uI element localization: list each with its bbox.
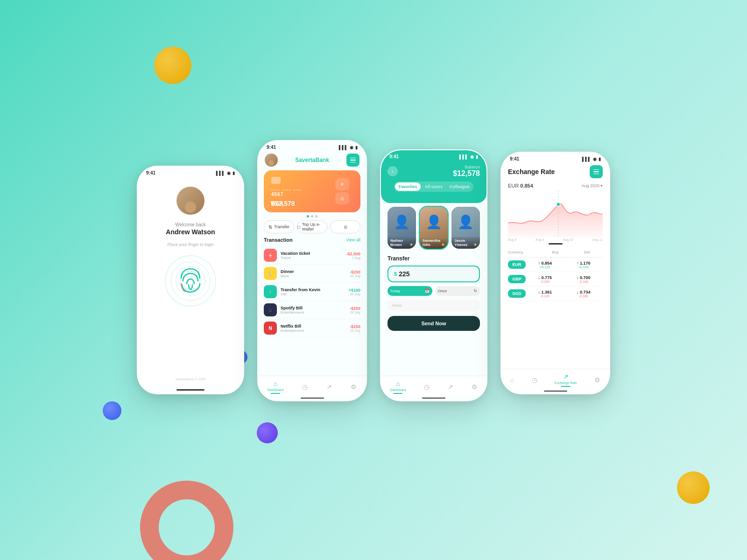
contact-card-nathan[interactable]: 👤 Nathan Brown ★ xyxy=(388,207,416,249)
transfer-button[interactable]: ⇅ Transfer xyxy=(264,220,294,233)
exchange-chart xyxy=(501,190,609,237)
user-avatar-1 xyxy=(176,187,204,215)
battery-icon: ▮ xyxy=(233,171,235,175)
visa-card[interactable]: •••• •••• •••• 4567 $12,578 VISA + ⊙ xyxy=(264,170,360,212)
sgd-buy-col: ↓ 1.361 -0.120 xyxy=(526,290,564,298)
contact-card-jason[interactable]: 👤 Jason Ybanez ★ xyxy=(451,207,480,249)
nav-settings-4[interactable]: ⚙ xyxy=(594,376,600,384)
menu-button[interactable] xyxy=(346,154,359,167)
currency-row-eur[interactable]: EUR ↑ 0.854 +0.125 ↑ 1.170 +0.100 xyxy=(508,258,603,272)
home-icon-3: ⌂ xyxy=(396,380,400,387)
tx-icon-transfer: ↑ xyxy=(264,285,277,298)
status-bar-2: 9:41 ▌▌▌ ◉ ▮ xyxy=(258,141,366,152)
more-button[interactable]: ⊙ xyxy=(330,220,360,233)
currency-row-gbp[interactable]: GBP ↓ 0.775 -0.100 ↓ 0.700 -0.100 xyxy=(508,272,603,287)
nav-exchange-4[interactable]: ↗ Exchange Rate xyxy=(555,373,577,387)
home-indicator-1 xyxy=(176,389,204,391)
tab-colleague[interactable]: Colleague xyxy=(447,182,472,191)
amount-value: 225 xyxy=(399,270,409,278)
bottom-nav-4: ⌂ ◷ ↗ Exchange Rate ⚙ xyxy=(501,369,609,389)
contact-card-samantha[interactable]: 👤 Samantha Gills ★ xyxy=(420,207,448,249)
phone-transfer: 9:41 ▌▌▌ ◉ ▮ ‹ Balance $12,578 Favorites xyxy=(380,149,487,401)
header-avatar[interactable] xyxy=(265,154,278,167)
fingerprint-area[interactable] xyxy=(165,255,216,307)
form-title: Transfer xyxy=(388,255,480,262)
amount-input[interactable]: $ 225 xyxy=(388,266,480,282)
nav-dashboard-3[interactable]: ⌂ Dashboard xyxy=(390,380,406,394)
nav-history-3[interactable]: ◷ xyxy=(424,383,430,391)
calendar-icon: 📅 xyxy=(425,289,430,293)
col-currency: Currency xyxy=(508,250,540,254)
contact-photo-nathan: 👤 xyxy=(388,207,416,237)
transfer-top-bar: ‹ Balance $12,578 xyxy=(388,165,480,178)
status-icons-2: ▌▌▌ ◉ ▮ xyxy=(339,145,358,150)
nav-home-4[interactable]: ⌂ xyxy=(510,376,514,384)
chart-icon: ↗ xyxy=(326,383,332,391)
chevron-down-icon: ▾ xyxy=(600,183,603,188)
chart-svg xyxy=(508,190,603,237)
decorative-blob-blue1 xyxy=(103,401,121,420)
table-row[interactable]: 🍴 Dinner Meal -$200 30 July xyxy=(264,265,360,283)
exchange-icon-4: ↗ xyxy=(563,373,569,380)
schedule-today[interactable]: Today 📅 xyxy=(388,286,432,296)
signal-icon: ▌▌▌ xyxy=(216,171,225,175)
exchange-menu-btn[interactable] xyxy=(590,165,603,178)
wifi-icon-4: ◉ xyxy=(593,157,597,161)
tx-details-dinner: Dinner Meal xyxy=(281,269,346,278)
balance-label: Balance xyxy=(453,165,480,169)
month-selector[interactable]: Aug 2020 ▾ xyxy=(581,183,603,188)
topup-icon: □ xyxy=(297,224,300,230)
back-button[interactable]: ‹ xyxy=(388,166,398,176)
notes-field[interactable]: Notes xyxy=(388,300,480,311)
contact-info-jason: Jason Ybanez ★ xyxy=(451,237,480,249)
view-all-link[interactable]: View all xyxy=(346,238,360,242)
currency-table: Currency Buy Sell EUR ↑ 0.854 +0.125 ↑ 1… xyxy=(501,246,609,304)
gbp-sell-col: ↓ 0.700 -0.100 xyxy=(564,275,603,283)
user-name-1: Andrew Watson xyxy=(166,228,215,236)
fingerprint-icon xyxy=(179,268,202,294)
table-row[interactable]: ✈ Vacation ticket Travel -$2,500 2 Aug xyxy=(264,246,360,265)
table-row[interactable]: ♫ Spotify Bill Entertainment -$250 28 Ju… xyxy=(264,301,360,319)
nav-settings[interactable]: ⚙ xyxy=(351,383,357,391)
tab-favorites[interactable]: Favorites xyxy=(395,182,421,191)
transaction-title: Transaction xyxy=(264,237,293,243)
tab-all-users[interactable]: All users xyxy=(421,182,446,191)
send-now-button[interactable]: Send Now xyxy=(388,316,480,331)
wifi-icon: ◉ xyxy=(227,171,231,175)
status-time-4: 9:41 xyxy=(510,156,519,161)
nav-chart-3[interactable]: ↗ xyxy=(448,383,453,391)
eur-badge: EUR xyxy=(508,260,526,269)
home-indicator-2 xyxy=(301,398,324,399)
nav-history-4[interactable]: ◷ xyxy=(532,376,537,384)
table-row[interactable]: N Netflix Bill Entertainment -$250 26 Ju… xyxy=(264,319,360,337)
sgd-badge: SGD xyxy=(508,289,526,298)
transaction-header: Transaction View all xyxy=(264,237,360,243)
nav-chart[interactable]: ↗ xyxy=(326,383,332,391)
bottom-nav-3: ⌂ Dashboard ◷ ↗ ⚙ xyxy=(381,376,486,396)
currency-row-sgd[interactable]: SGD ↓ 1.361 -0.120 ↓ 0.734 -0.100 xyxy=(508,287,603,301)
table-row[interactable]: ↑ Transfer from Kevin Gift +$100 30 July xyxy=(264,283,360,301)
nav-history[interactable]: ◷ xyxy=(302,383,308,391)
schedule-once[interactable]: Once ↻ xyxy=(435,286,480,296)
status-bar-1: 9:41 ▌▌▌ ◉ ▮ xyxy=(138,167,243,177)
table-header: Currency Buy Sell xyxy=(508,249,603,258)
contact-photo-jason: 👤 xyxy=(451,207,480,237)
tx-icon-vacation: ✈ xyxy=(264,249,277,262)
decorative-blob-yellow1 xyxy=(154,47,191,84)
card-brand: VISA xyxy=(270,200,283,207)
tx-details-netflix: Netflix Bill Entertainment xyxy=(281,324,346,333)
chart-label-2: Aug 9 xyxy=(536,238,544,241)
nav-dashboard[interactable]: ⌂ Dashboard xyxy=(268,380,283,394)
eur-sell-col: ↑ 1.170 +0.100 xyxy=(564,261,603,269)
topup-button[interactable]: □ Top Up e-Wallet xyxy=(297,220,327,233)
nav-settings-3[interactable]: ⚙ xyxy=(472,383,478,391)
status-time-1: 9:41 xyxy=(146,170,155,175)
settings-icon: ⚙ xyxy=(351,383,357,391)
battery-icon-3: ▮ xyxy=(476,154,478,159)
battery-icon-2: ▮ xyxy=(355,145,358,150)
card-lock-btn[interactable]: ⊙ xyxy=(335,192,349,204)
transfer-icon: ⇅ xyxy=(268,224,272,230)
contact-info-samantha: Samantha Gills ★ xyxy=(420,237,448,249)
card-add-btn[interactable]: + xyxy=(335,178,349,190)
transaction-section: Transaction View all ✈ Vacation ticket T… xyxy=(258,237,366,376)
